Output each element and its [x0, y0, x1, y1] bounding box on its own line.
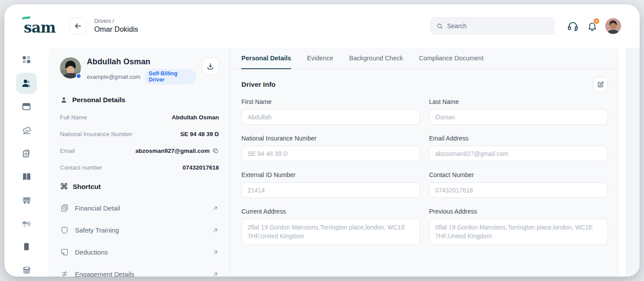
detail-value: 07432017618	[182, 164, 219, 171]
self-billing-badge[interactable]: Self-Billing Driver	[144, 69, 196, 85]
sidebar-item-documents[interactable]	[16, 143, 37, 164]
sidebar-item-signature[interactable]	[16, 119, 37, 140]
previous-address-input[interactable]: 0flat 19 Gordon Mansions,Torrington plac…	[429, 219, 608, 245]
breadcrumb-parent[interactable]: Drivers /	[94, 18, 138, 25]
sidebar	[4, 48, 48, 277]
notifications-button[interactable]: 9	[586, 20, 598, 32]
arrow-up-right-icon	[212, 227, 219, 234]
book-icon	[21, 171, 32, 182]
drivers-icon	[21, 78, 32, 89]
shortcut-section-title: ⌘ Shortcut	[60, 182, 219, 191]
calendar-icon	[21, 101, 32, 112]
shortcut-deductions[interactable]: Deductions	[60, 248, 219, 257]
search-input[interactable]	[447, 22, 549, 30]
field-label: National Insurance Number	[241, 135, 420, 142]
current-address-input[interactable]: 2flat 19 Gordon Mansions,Torrington plac…	[241, 219, 420, 245]
dashboard-icon	[21, 55, 32, 65]
driver-profile-panel: Abdullah Osman example@gmail.com Self-Bi…	[48, 48, 230, 277]
field-previous-address: Previous Address 0flat 19 Gordon Mansion…	[429, 208, 608, 245]
field-external-id-number: External ID Number	[241, 171, 420, 198]
shortcut-engagement-details[interactable]: Engagement Details	[60, 270, 219, 277]
detail-label: National Insurance Number	[60, 131, 132, 137]
online-status-dot	[76, 73, 81, 79]
field-last-name: Last Name	[429, 98, 608, 125]
headset-icon[interactable]	[567, 20, 579, 32]
command-icon: ⌘	[60, 182, 68, 191]
last-name-input[interactable]	[429, 109, 608, 125]
external-id-input[interactable]	[241, 182, 420, 198]
financial-detail-icon	[60, 203, 69, 213]
detail-value: abzosman927@gmail.com	[136, 148, 219, 154]
documents-icon	[21, 148, 32, 159]
top-header: sam Drivers / Omar Dokidis	[4, 4, 640, 48]
sidebar-item-drivers[interactable]	[16, 73, 37, 94]
sidebar-item-book[interactable]	[16, 166, 37, 187]
sam-logo: sam	[24, 16, 56, 36]
engagement-details-icon	[60, 270, 69, 277]
personal-details-section-title: Personal Details	[60, 96, 219, 104]
edit-icon	[596, 81, 604, 89]
download-profile-button[interactable]	[202, 57, 219, 75]
tab-bar: Personal Details Evidence Background Che…	[230, 48, 619, 69]
sidebar-item-calendar[interactable]	[16, 96, 37, 117]
detail-label: Full Name	[60, 114, 87, 121]
arrow-up-right-icon	[212, 271, 219, 277]
signature-icon	[21, 125, 32, 136]
driver-name: Abdullah Osman	[87, 57, 196, 67]
driver-info-section: Driver Info First Name	[230, 69, 619, 245]
field-label: First Name	[241, 98, 420, 105]
detail-value: Abdullah Osman	[172, 114, 219, 121]
notification-count-badge: 9	[593, 18, 600, 25]
detail-label: Email	[60, 148, 75, 154]
safety-training-icon	[60, 226, 69, 235]
scrollbar-gutter[interactable]	[625, 48, 640, 277]
tab-background-check[interactable]: Background Check	[349, 48, 403, 69]
app-window: sam Drivers / Omar Dokidis	[4, 4, 640, 277]
back-button[interactable]	[70, 18, 86, 34]
copy-icon[interactable]	[212, 148, 219, 154]
search-bar[interactable]	[430, 17, 555, 35]
detail-row-email: Email abzosman927@gmail.com	[60, 148, 219, 154]
shortcut-safety-training[interactable]: Safety Training	[60, 226, 219, 235]
shortcut-financial-detail[interactable]: Financial Detail	[60, 203, 219, 213]
field-label: Last Name	[429, 98, 608, 105]
field-label: Email Address	[429, 135, 608, 142]
field-label: External ID Number	[241, 171, 420, 178]
driver-avatar[interactable]	[60, 57, 81, 78]
edit-driver-info-button[interactable]	[593, 77, 608, 92]
handshake-icon	[21, 218, 32, 229]
field-current-address: Current Address 2flat 19 Gordon Mansions…	[241, 208, 420, 245]
arrow-up-right-icon	[212, 205, 219, 212]
field-contact-number: Contact Number	[429, 171, 608, 198]
driver-info-title: Driver Info	[241, 81, 276, 89]
detail-label: Contact number	[60, 164, 102, 171]
field-label: Contact Number	[429, 171, 608, 178]
sidebar-item-device[interactable]	[16, 236, 37, 257]
tab-personal-details[interactable]: Personal Details	[241, 48, 291, 69]
tab-compliance-document[interactable]: Compliance Document	[419, 48, 484, 69]
user-avatar[interactable]	[605, 18, 621, 34]
detail-row-full-name: Full Name Abdullah Osman	[60, 114, 219, 121]
bus-icon	[21, 195, 32, 206]
database-icon	[21, 265, 32, 276]
arrow-up-right-icon	[212, 249, 219, 256]
field-first-name: First Name	[241, 98, 420, 125]
email-address-input[interactable]	[429, 146, 608, 161]
driver-email: example@gmail.com	[87, 74, 141, 80]
sidebar-item-dashboard[interactable]	[16, 49, 37, 70]
national-insurance-input[interactable]	[241, 146, 420, 161]
first-name-input[interactable]	[241, 109, 420, 125]
tab-evidence[interactable]: Evidence	[307, 48, 333, 69]
sidebar-item-bus[interactable]	[16, 189, 37, 211]
breadcrumb: Drivers / Omar Dokidis	[94, 18, 138, 34]
contact-number-input[interactable]	[429, 182, 608, 198]
breadcrumb-current: Omar Dokidis	[94, 25, 138, 34]
detail-row-nin: National Insurance Number SE 94 48 39 D	[60, 131, 219, 137]
profile-identity: Abdullah Osman example@gmail.com Self-Bi…	[87, 57, 196, 85]
sidebar-item-database[interactable]	[16, 259, 37, 277]
download-icon	[206, 62, 215, 70]
search-icon	[436, 22, 444, 30]
detail-row-contact: Contact number 07432017618	[60, 164, 219, 171]
sidebar-item-handshake[interactable]	[16, 213, 37, 234]
person-icon	[60, 96, 68, 104]
